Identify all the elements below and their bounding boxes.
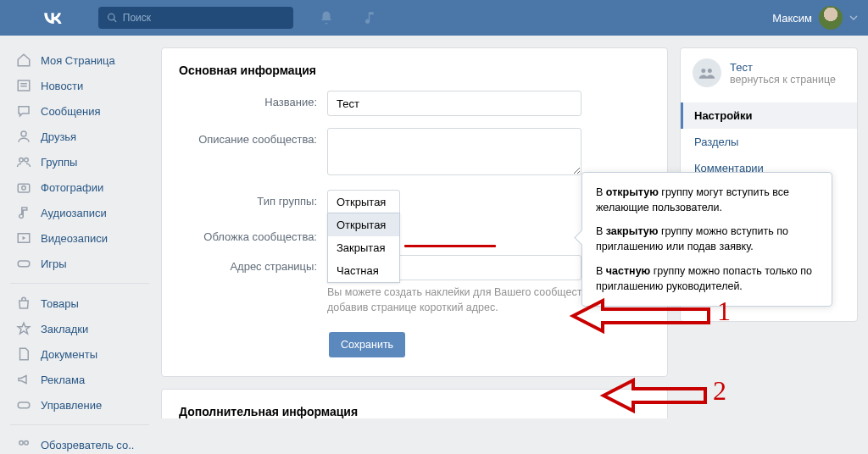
annotation-underline <box>404 245 496 247</box>
group-header[interactable]: Тест вернуться к странице <box>681 48 857 97</box>
nav-groups[interactable]: Группы <box>10 149 149 174</box>
video-icon <box>15 230 32 246</box>
megaphone-icon <box>15 371 32 388</box>
home-icon <box>15 52 32 69</box>
description-input[interactable] <box>327 128 581 175</box>
avatar <box>819 6 843 30</box>
nav-bookmarks[interactable]: Закладки <box>10 316 149 341</box>
save-button[interactable]: Сохранить <box>329 332 405 357</box>
vk-logo[interactable] <box>41 6 64 30</box>
search-bar[interactable] <box>98 7 293 29</box>
username: Максим <box>772 12 812 25</box>
group-avatar-placeholder-icon <box>693 58 721 87</box>
svg-point-6 <box>19 158 24 163</box>
group-type-tooltip: В открытую группу могут вступить все жел… <box>581 172 832 307</box>
svg-point-9 <box>22 186 26 191</box>
svg-rect-8 <box>18 184 30 192</box>
friends-icon <box>15 128 32 145</box>
audio-icon <box>15 204 32 221</box>
star-icon <box>15 320 32 337</box>
gamepad-icon <box>15 396 32 413</box>
nav-games[interactable]: Игры <box>10 251 149 276</box>
nav-audio[interactable]: Аудиозаписи <box>10 200 149 225</box>
nav-docs[interactable]: Документы <box>10 341 149 367</box>
name-input[interactable] <box>327 91 581 116</box>
nav-video[interactable]: Видеозаписи <box>10 225 149 251</box>
annotation-number-2: 2 <box>713 375 726 407</box>
nav-messages[interactable]: Сообщения <box>10 98 149 124</box>
svg-point-13 <box>19 441 24 446</box>
annotation-number-1: 1 <box>717 296 731 327</box>
name-label: Название: <box>179 91 327 108</box>
cover-label: Обложка сообщества: <box>179 225 327 243</box>
svg-line-1 <box>114 19 116 22</box>
camera-icon <box>15 179 32 196</box>
annotation-arrow-1 <box>569 299 713 335</box>
message-icon <box>15 102 32 119</box>
main-content: Основная информация Название: Описание с… <box>161 47 668 454</box>
music-icon[interactable] <box>363 10 378 25</box>
dropdown-option-private[interactable]: Частная <box>328 259 399 282</box>
nav-separator <box>10 283 149 284</box>
svg-point-7 <box>25 158 29 163</box>
search-icon <box>107 12 118 24</box>
side-nav-sections[interactable]: Разделы <box>681 129 857 155</box>
nav-news[interactable]: Новости <box>10 73 149 98</box>
address-label: Адрес страницы: <box>179 255 327 273</box>
nav-friends[interactable]: Друзья <box>10 124 149 149</box>
side-nav-settings[interactable]: Настройки <box>681 102 857 129</box>
notifications-icon[interactable] <box>319 10 334 25</box>
svg-point-14 <box>25 441 29 446</box>
gamepad-icon <box>15 255 32 272</box>
additional-info-box: Дополнительная информация <box>161 389 668 418</box>
dropdown-option-closed[interactable]: Закрытая <box>328 236 399 259</box>
user-menu[interactable]: Максим <box>772 6 858 30</box>
section-title: Основная информация <box>179 64 650 77</box>
nav-photos[interactable]: Фотографии <box>10 174 149 200</box>
nav-separator <box>10 424 149 425</box>
svg-rect-12 <box>18 402 30 408</box>
nav-my-page[interactable]: Моя Страница <box>10 47 149 73</box>
section-title: Дополнительная информация <box>179 405 650 418</box>
doc-icon <box>15 346 32 363</box>
annotation-arrow-2 <box>599 379 709 415</box>
nav-manage[interactable]: Управление <box>10 392 149 418</box>
top-header: Максим <box>0 0 868 36</box>
bag-icon <box>15 295 32 312</box>
nav-group-link[interactable]: Обозреватель со.. <box>10 432 149 454</box>
description-label: Описание сообщества: <box>179 128 327 146</box>
svg-point-17 <box>701 69 705 73</box>
svg-rect-11 <box>18 261 30 267</box>
groups-icon <box>15 436 32 453</box>
groups-icon <box>15 153 32 170</box>
chevron-down-icon <box>849 14 858 22</box>
group-type-select[interactable]: Открытая <box>327 190 400 213</box>
nav-ads[interactable]: Реклама <box>10 367 149 392</box>
search-input[interactable] <box>123 12 285 24</box>
group-type-label: Тип группы: <box>179 190 327 208</box>
dropdown-option-open[interactable]: Открытая <box>328 213 399 236</box>
back-link[interactable]: вернуться к странице <box>730 74 836 86</box>
news-icon <box>15 77 32 94</box>
left-nav: Моя Страница Новости Сообщения Друзья Гр… <box>10 47 149 454</box>
group-type-dropdown: Открытая Закрытая Частная <box>327 213 400 283</box>
svg-point-0 <box>108 14 114 19</box>
group-name: Тест <box>730 61 836 74</box>
svg-point-18 <box>708 69 712 73</box>
svg-point-5 <box>21 131 26 136</box>
address-hint: Вы можете создать наклейки для Вашего со… <box>327 285 607 315</box>
nav-goods[interactable]: Товары <box>10 291 149 316</box>
basic-info-box: Основная информация Название: Описание с… <box>161 47 668 377</box>
